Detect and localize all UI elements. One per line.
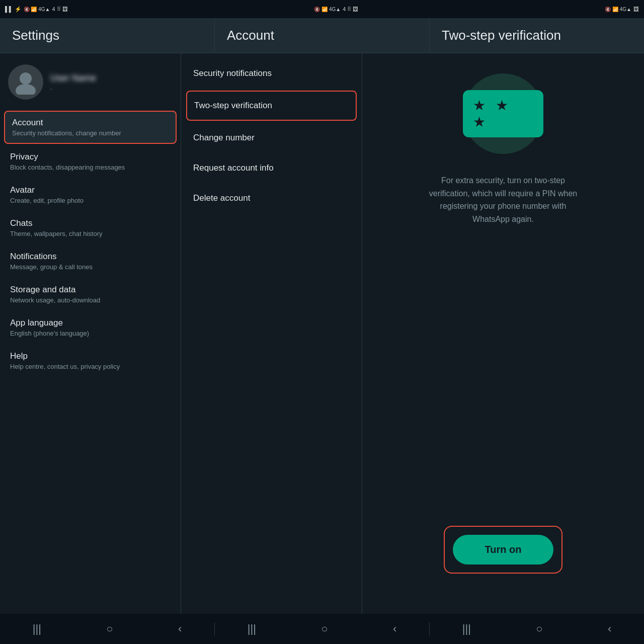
account-item-deleteaccount-label: Delete account [193,193,250,203]
profile-name: User Name [50,73,96,84]
turn-on-button[interactable]: Turn on [453,535,553,565]
sidebar-item-avatar[interactable]: Avatar Create, edit, profile photo [0,178,181,211]
status-text-left: ▌▌ ⚡ [5,6,22,13]
main-content: User Name . Account Security notificatio… [0,53,644,614]
profile-subtitle: . [50,84,96,91]
settings-panel: User Name . Account Security notificatio… [0,53,181,614]
signal-icons-mid: 🔇 📶 4G▲ [314,7,341,12]
status-bar-middle: 🔇 📶 4G▲ 4 ⠿ 🖼 [314,6,358,13]
sidebar-item-avatar-subtitle: Create, edit, profile photo [10,197,171,204]
account-item-changenumber[interactable]: Change number [181,123,362,153]
svg-point-0 [20,72,32,85]
sidebar-item-notifications[interactable]: Notifications Message, group & call tone… [0,245,181,278]
nav-back-icon-mid[interactable]: ‹ [393,622,396,635]
nav-home-icon-mid[interactable]: ○ [321,622,328,635]
account-panel: Security notifications Two-step verifica… [181,53,362,614]
sidebar-item-chats-title: Chats [10,218,171,228]
nav-home-icon-left[interactable]: ○ [106,622,113,635]
account-item-changenumber-label: Change number [193,133,255,142]
header-account: Account [215,18,430,53]
header-settings: Settings [0,18,215,53]
status-bar: ▌▌ ⚡ 🔇 📶 4G▲ 4 ⠿ 🖼 🔇 📶 4G▲ 4 ⠿ 🖼 🔇 📶 4G▲… [0,0,644,18]
header-account-title: Account [227,28,274,43]
time-right: 🖼 [633,6,639,12]
account-item-twostep[interactable]: Two-step verification [186,91,357,121]
time-left: 4 ⠿ 🖼 [52,6,67,13]
nav-menu-icon-mid[interactable]: ||| [248,622,256,635]
sidebar-item-help-subtitle: Help centre, contact us, privacy policy [10,363,171,370]
profile-section[interactable]: User Name . [0,58,181,110]
sidebar-item-privacy[interactable]: Privacy Block contacts, disappearing mes… [0,145,181,178]
svg-point-1 [16,84,36,95]
nav-home-icon-right[interactable]: ○ [536,622,542,635]
nav-section-left: ||| ○ ‹ [0,622,215,635]
header-verification-title: Two-step verification [442,28,561,43]
sidebar-item-chats-subtitle: Theme, wallpapers, chat history [10,230,171,237]
sidebar-item-chats[interactable]: Chats Theme, wallpapers, chat history [0,211,181,245]
nav-back-icon-right[interactable]: ‹ [608,622,611,635]
status-bar-left: ▌▌ ⚡ 🔇 📶 4G▲ 4 ⠿ 🖼 [5,6,68,13]
header-verification: Two-step verification [430,18,644,53]
sidebar-item-account[interactable]: Account Security notifications, change n… [4,111,177,144]
nav-section-middle: ||| ○ ‹ [215,622,430,635]
verification-panel: ★ ★ ★ For extra security, turn on two-st… [362,53,644,614]
verification-icon-container: ★ ★ ★ [463,73,543,154]
sidebar-item-storage-subtitle: Network usage, auto-download [10,296,171,304]
nav-bar: ||| ○ ‹ ||| ○ ‹ ||| ○ ‹ [0,614,644,644]
account-item-security-label: Security notifications [193,68,272,78]
nav-menu-icon-left[interactable]: ||| [33,622,41,635]
profile-info: User Name . [50,73,96,91]
account-item-requestinfo-label: Request account info [193,163,274,173]
nav-section-right: ||| ○ ‹ [430,622,644,635]
sidebar-item-storage[interactable]: Storage and data Network usage, auto-dow… [0,278,181,311]
header-settings-title: Settings [12,28,59,43]
account-item-deleteaccount[interactable]: Delete account [181,183,362,213]
stars-text: ★ ★ ★ [473,98,511,130]
sidebar-item-help-title: Help [10,351,171,361]
sidebar-item-account-subtitle: Security notifications, change number [12,129,169,137]
verification-description: For extra security, turn on two-step ver… [423,174,584,225]
signal-icons-right: 🔇 📶 4G▲ [605,7,631,12]
sidebar-item-language-subtitle: English (phone's language) [10,330,171,337]
header: Settings Account Two-step verification [0,18,644,53]
signal-icons-left: 🔇 📶 4G▲ [24,7,50,12]
sidebar-item-help[interactable]: Help Help centre, contact us, privacy po… [0,344,181,377]
time-mid: 4 ⠿ 🖼 [343,6,358,13]
turn-on-container: Turn on [377,526,629,574]
sidebar-item-language[interactable]: App language English (phone's language) [0,311,181,344]
sidebar-item-notifications-subtitle: Message, group & call tones [10,263,171,271]
sidebar-item-notifications-title: Notifications [10,252,171,262]
account-item-security[interactable]: Security notifications [181,58,362,89]
status-bar-right: 🔇 📶 4G▲ 🖼 [605,6,639,12]
sidebar-item-storage-title: Storage and data [10,285,171,295]
sidebar-item-account-title: Account [12,118,169,128]
sidebar-item-privacy-subtitle: Block contacts, disappearing messages [10,164,171,171]
sidebar-item-language-title: App language [10,318,171,328]
nav-menu-icon-right[interactable]: ||| [462,622,471,635]
account-item-requestinfo[interactable]: Request account info [181,153,362,183]
nav-back-icon-left[interactable]: ‹ [178,622,182,635]
sidebar-item-avatar-title: Avatar [10,185,171,195]
account-item-twostep-label: Two-step verification [194,101,272,110]
avatar [8,64,43,100]
turn-on-wrapper: Turn on [444,526,562,574]
sidebar-item-privacy-title: Privacy [10,152,171,162]
stars-badge: ★ ★ ★ [463,90,543,137]
